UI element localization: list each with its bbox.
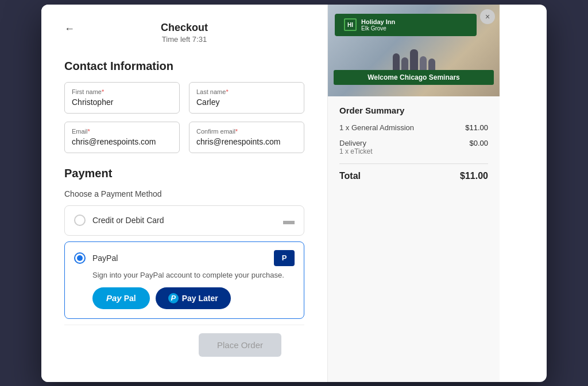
payment-section-title: Payment bbox=[64, 167, 304, 180]
left-panel: ← Checkout Time left 7:31 Contact Inform… bbox=[41, 5, 327, 382]
email-row: Email* Confirm email* bbox=[64, 122, 304, 153]
email-input[interactable] bbox=[72, 137, 172, 146]
pay-later-label: Pay Later bbox=[182, 294, 218, 303]
delivery-price: $0.00 bbox=[469, 139, 488, 147]
pay-later-button[interactable]: P Pay Later bbox=[156, 287, 231, 309]
card-payment-label: Credit or Debit Card bbox=[92, 216, 283, 225]
payment-section: Payment Choose a Payment Method Credit o… bbox=[64, 167, 304, 319]
total-label: Total bbox=[339, 171, 361, 181]
card-icon: ▬ bbox=[283, 214, 295, 227]
back-button[interactable]: ← bbox=[64, 23, 75, 35]
hotel-location: Elk Grove bbox=[361, 25, 395, 32]
choose-payment-label: Choose a Payment Method bbox=[64, 189, 304, 198]
order-summary: Order Summary 1 x General Admission $11.… bbox=[328, 96, 500, 190]
email-label: Email* bbox=[72, 128, 172, 135]
email-field[interactable]: Email* bbox=[64, 122, 180, 153]
paypal-payment-option[interactable]: PayPal P Sign into your PayPal account t… bbox=[64, 241, 304, 319]
last-name-label: Last name* bbox=[196, 88, 297, 95]
paypal-button-label: Pay bbox=[106, 293, 122, 303]
delivery-info: Delivery 1 x eTicket bbox=[339, 139, 373, 155]
right-panel: HI Holiday Inn Elk Grove Welcome Ch bbox=[327, 5, 500, 382]
card-radio[interactable] bbox=[74, 215, 86, 226]
paypal-checkout-button[interactable]: PayPal bbox=[92, 287, 150, 309]
last-name-field[interactable]: Last name* bbox=[189, 82, 304, 114]
delivery-label: Delivery bbox=[339, 139, 373, 147]
paypal-p-icon: P bbox=[168, 293, 179, 303]
welcome-sign: Welcome Chicago Seminars bbox=[334, 70, 494, 85]
order-item-line: 1 x General Admission $11.00 bbox=[339, 123, 488, 132]
total-price: $11.00 bbox=[460, 171, 488, 181]
checkout-title: Checkout bbox=[64, 22, 304, 34]
close-button[interactable]: × bbox=[480, 9, 495, 24]
order-summary-title: Order Summary bbox=[339, 106, 488, 115]
place-order-button[interactable]: Place Order bbox=[199, 333, 281, 357]
welcome-text: Welcome Chicago Seminars bbox=[334, 70, 494, 85]
hotel-image: HI Holiday Inn Elk Grove Welcome Ch bbox=[328, 5, 500, 96]
paypal-buttons: PayPal P Pay Later bbox=[92, 287, 295, 309]
contact-section: Contact Information First name* Last nam… bbox=[64, 60, 304, 153]
order-item-label: 1 x General Admission bbox=[339, 123, 414, 132]
paypal-radio[interactable] bbox=[74, 252, 86, 264]
confirm-email-field[interactable]: Confirm email* bbox=[189, 122, 304, 153]
card-payment-option[interactable]: Credit or Debit Card ▬ bbox=[64, 205, 304, 236]
delivery-sub: 1 x eTicket bbox=[339, 147, 373, 155]
header: ← Checkout Time left 7:31 bbox=[64, 22, 304, 44]
hotel-name: Holiday Inn bbox=[361, 18, 395, 25]
first-name-input[interactable] bbox=[72, 98, 172, 107]
name-row: First name* Last name* bbox=[64, 82, 304, 114]
paypal-payment-label: PayPal bbox=[92, 254, 274, 263]
confirm-email-input[interactable] bbox=[196, 137, 297, 146]
order-item-price: $11.00 bbox=[465, 123, 488, 132]
confirm-email-label: Confirm email* bbox=[196, 128, 297, 135]
first-name-label: First name* bbox=[72, 88, 172, 95]
hotel-sign: HI Holiday Inn Elk Grove bbox=[335, 14, 477, 36]
last-name-input[interactable] bbox=[196, 98, 297, 107]
first-name-field[interactable]: First name* bbox=[64, 82, 180, 114]
timer-label: Time left 7:31 bbox=[64, 35, 304, 44]
order-total-line: Total $11.00 bbox=[339, 163, 488, 181]
checkout-modal: ← Checkout Time left 7:31 Contact Inform… bbox=[41, 5, 547, 382]
paypal-description: Sign into your PayPal account to complet… bbox=[92, 271, 295, 279]
holiday-inn-logo: HI bbox=[344, 18, 357, 31]
contact-section-title: Contact Information bbox=[64, 60, 304, 73]
paypal-icon: P bbox=[274, 250, 295, 266]
checkout-footer: Place Order bbox=[64, 325, 304, 365]
